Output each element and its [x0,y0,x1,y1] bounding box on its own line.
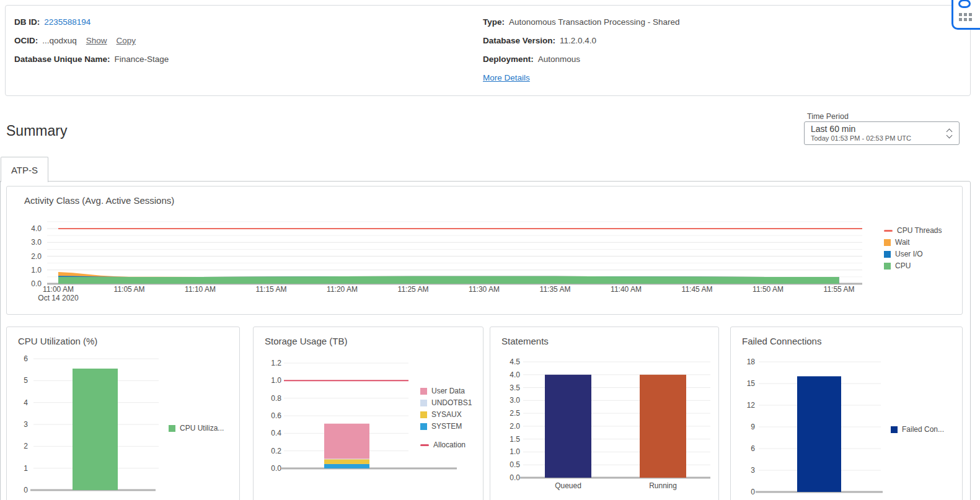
legend-label: CPU Threads [897,226,942,235]
screen-capture-overlay-icon[interactable] [951,0,980,30]
axis-tick-label: 11:10 AM [185,285,216,294]
axis-tick-label: 3.0 [510,396,520,405]
storage-usage-legend: User DataUNDOTBS1SYSAUXSYSTEMAllocation [420,387,472,452]
more-details-link[interactable]: More Details [483,73,530,82]
axis-tick-label: 11:25 AM [398,285,429,294]
more-details-row: More Details [483,73,679,92]
deployment-value: Autonmous [538,55,580,64]
axis-tick-label: 11:45 AM [682,285,713,294]
legend-label: User I/O [895,250,923,258]
time-period-range: Today 01:53 PM - 02:53 PM UTC [811,134,911,142]
axis-tick-label: 11:35 AM [540,285,571,294]
storage-usage-card: Storage Usage (TB) 1.21.00.80.60.40.20.0… [253,327,483,500]
db-version-row: Database Version: 11.2.0.4.0 [483,36,679,55]
axis-tick-label: 9 [751,423,755,431]
axis-tick-label: 12 [747,401,756,410]
axis-tick-label: 4.0 [510,371,520,379]
ocid-copy-link[interactable]: Copy [117,36,136,45]
cpu-utilization-chart: 6543210 [7,327,241,500]
axis-tick-label: 0.4 [271,429,281,437]
legend-item: CPU [884,261,942,270]
legend-item: Allocation [420,441,472,449]
axis-tick-label: 1.0 [510,447,520,456]
axis-tick-label: 0.8 [271,394,281,403]
db-id-link[interactable]: 2235588194 [44,17,90,27]
axis-tick-label: 4.5 [510,357,520,366]
legend-label: SYSAUX [431,410,462,419]
legend-label: CPU [895,261,911,270]
failed-chart-svg: 1815129630 [731,327,963,500]
axis-tick-label: 11:05 AM [114,285,145,294]
type-label: Type: [483,17,505,27]
storage-bar-segment [324,424,369,459]
legend-item: SYSTEM [420,422,472,431]
db-version-value: 11.2.0.4.0 [560,36,596,45]
statements-chart-svg: 4.54.03.53.02.52.01.51.00.50.0QueuedRunn… [490,327,720,500]
axis-tick-label: 0 [24,486,28,494]
axis-tick-label: 11:50 AM [753,285,784,294]
axis-tick-label: 3 [24,420,28,429]
type-row: Type: Autonomous Transaction Processing … [483,17,679,36]
legend-item: User I/O [884,250,942,258]
axis-tick-label: 15 [747,379,756,388]
axis-tick-label: 3.5 [510,384,520,392]
ocid-value: ...qodxuq [42,36,77,45]
axis-tick-label: 2.5 [510,409,520,418]
legend-swatch-icon [420,444,429,446]
db-info-right-column: Type: Autonomous Transaction Processing … [483,17,679,92]
legend-swatch-icon [884,239,891,246]
legend-swatch-icon [884,230,893,232]
axis-tick-label: 6 [24,354,28,363]
time-period-select[interactable]: Last 60 min Today 01:53 PM - 02:53 PM UT… [804,121,960,145]
legend-swatch-icon [884,263,891,270]
legend-label: CPU Utiliza... [180,424,224,432]
activity-class-card: Activity Class (Avg. Active Sessions) 4.… [6,186,963,315]
area-series-cpu [58,276,839,284]
axis-tick-label: 2 [24,442,28,450]
statements-card: Statements 4.54.03.53.02.52.01.51.00.50.… [490,327,719,500]
axis-tick-label: 1.2 [271,359,281,367]
failed-connections-legend: Failed Con... [891,425,944,437]
statements-bar-segment [545,375,591,478]
axis-tick-label: 1.5 [510,435,520,444]
axis-tick-label: 0.5 [510,460,520,469]
axis-tick-label: 11:15 AM [256,285,287,294]
axis-tick-label: 0 [751,488,755,496]
axis-tick-label: 0.0 [31,279,42,288]
axis-tick-label: 11:40 AM [611,285,642,294]
axis-tick-label: 1.0 [31,266,42,274]
cpu-utilization-card: CPU Utilization (%) 6543210 CPU Utiliza.… [6,327,240,500]
axis-tick-label: 11:55 AM [824,285,855,294]
legend-swatch-icon [169,425,175,432]
legend-swatch-icon [420,388,427,395]
legend-item: SYSAUX [420,410,472,419]
legend-item: CPU Threads [884,226,942,235]
deployment-row: Deployment: Autonmous [483,55,679,73]
legend-swatch-icon [891,426,898,433]
legend-label: Wait [895,238,910,247]
legend-label: SYSTEM [431,422,462,431]
db-info-panel: DB ID: 2235588194 OCID: ...qodxuq Show C… [5,5,971,96]
page-title: Summary [6,123,67,139]
tab-atp-s[interactable]: ATP-S [1,157,48,182]
axis-tick-label: Running [649,481,677,490]
eye-icon [958,0,971,8]
axis-tick-label: 4.0 [31,224,42,233]
grid-dots-icon [959,13,975,21]
axis-tick-label: 11:20 AM [327,285,358,294]
time-period-selected-value: Last 60 min [811,124,855,134]
legend-swatch-icon [420,423,427,430]
ocid-show-link[interactable]: Show [86,36,107,45]
legend-label: User Data [431,387,465,395]
activity-legend: CPU ThreadsWaitUser I/OCPU [884,226,942,273]
db-unique-name-row: Database Unique Name: Finance-Stage [14,55,169,73]
axis-tick-label: Queued [555,481,581,490]
ocid-label: OCID: [14,36,38,45]
axis-tick-label: Oct 14 2020 [38,294,79,302]
cpu-util-chart-svg: 6543210 [7,327,241,500]
axis-tick-label: 6 [751,444,755,453]
axis-tick-label: 1.0 [271,376,281,385]
legend-item: Wait [884,238,942,247]
legend-swatch-icon [884,251,891,258]
db-version-label: Database Version: [483,36,555,45]
